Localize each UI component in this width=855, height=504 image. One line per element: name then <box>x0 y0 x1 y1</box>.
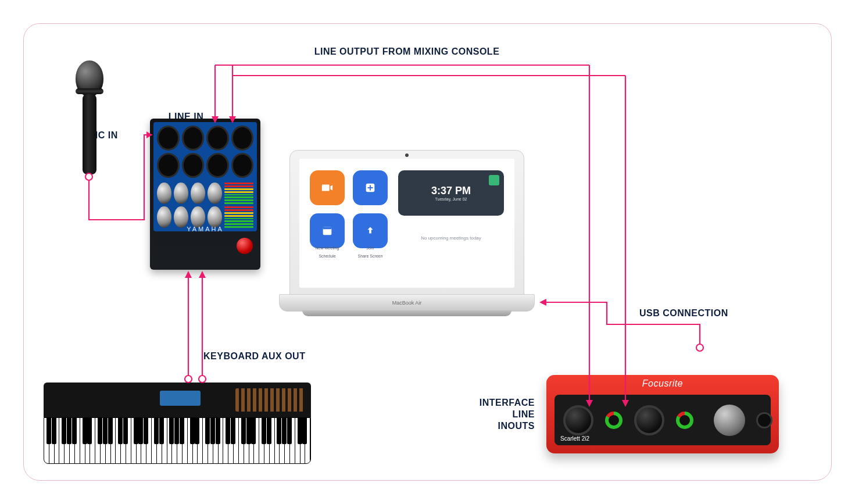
midi-keyboard <box>44 383 311 464</box>
black-key <box>205 418 210 444</box>
xlr-input-icon <box>634 405 664 435</box>
keyboard-panel <box>44 383 311 417</box>
white-key <box>239 418 244 463</box>
black-key <box>67 418 71 444</box>
knob-icon <box>191 183 205 204</box>
laptop-screen-shell: New Meeting Join Schedule Share Screen 3… <box>289 150 524 298</box>
piano-keys <box>44 417 311 464</box>
new-meeting-tile <box>310 170 345 205</box>
zoom-tiles <box>310 170 388 248</box>
label-usb: USB CONNECTION <box>639 308 728 319</box>
black-key <box>87 418 92 444</box>
black-key <box>83 418 87 444</box>
label-interface-line-inputs-1: INTERFACE <box>442 398 535 408</box>
white-key <box>59 418 65 463</box>
arrow-up-icon <box>364 224 377 237</box>
level-meter-icon <box>224 183 253 204</box>
white-key <box>167 418 173 463</box>
white-key <box>152 418 157 463</box>
black-key <box>144 418 148 444</box>
black-key <box>134 418 138 444</box>
black-key <box>180 418 184 444</box>
black-key <box>226 418 230 444</box>
white-key <box>259 418 264 463</box>
jack-icon <box>231 126 254 151</box>
jack-icon <box>231 153 254 178</box>
gain-knob-icon <box>605 412 623 429</box>
black-key <box>251 418 256 444</box>
mixer-bottom <box>153 226 257 266</box>
knob-icon <box>174 183 188 204</box>
black-key <box>287 418 292 444</box>
video-icon <box>321 181 334 194</box>
schedule-caption: Schedule <box>310 254 345 259</box>
black-key <box>118 418 123 444</box>
join-caption: Join <box>353 246 388 251</box>
black-key <box>277 418 281 444</box>
jack-icon <box>157 126 180 151</box>
keyboard-lcd-icon <box>160 391 201 406</box>
interface-model: Scarlett 2i2 <box>560 435 589 442</box>
white-key <box>203 418 208 463</box>
knob-icon <box>157 206 171 228</box>
black-key <box>190 418 195 444</box>
clock-time: 3:37 PM <box>431 185 471 197</box>
audio-interface: Focusrite Scarlett 2i2 <box>546 375 779 453</box>
join-tile <box>353 170 388 205</box>
white-key <box>116 418 121 463</box>
label-line-output: LINE OUTPUT FROM MIXING CONSOLE <box>314 47 500 57</box>
headphone-jack-icon <box>756 412 772 428</box>
label-interface-line-inputs-2: LINE <box>442 409 535 420</box>
jack-icon <box>206 153 229 178</box>
clock-card: 3:37 PM Tuesday, June 02 <box>398 170 504 216</box>
laptop-foot <box>302 310 511 316</box>
white-key <box>295 418 300 463</box>
white-key <box>275 418 280 463</box>
jack-icon <box>182 153 205 178</box>
knob-icon <box>157 183 171 204</box>
mic-band-icon <box>76 88 103 94</box>
black-key <box>52 418 56 444</box>
mixing-console: YAMAHA <box>150 119 260 270</box>
white-key <box>223 418 228 463</box>
share-caption: Share Screen <box>353 254 388 259</box>
white-key <box>95 418 101 463</box>
black-key <box>262 418 266 444</box>
svg-rect-2 <box>367 187 373 188</box>
diagram-stage: LINE OUTPUT FROM MIXING CONSOLE LINE IN … <box>0 0 855 504</box>
schedule-tile <box>310 213 345 248</box>
black-key <box>108 418 113 444</box>
black-key <box>46 418 51 444</box>
mixer-knobs <box>153 179 257 231</box>
zoom-calendar-panel: 3:37 PM Tuesday, June 02 No upcoming mee… <box>398 170 504 276</box>
black-key <box>72 418 77 444</box>
knob-icon <box>208 206 222 228</box>
interface-logo: Focusrite <box>546 378 779 389</box>
black-key <box>62 418 66 444</box>
black-key <box>154 418 159 444</box>
label-interface-line-inputs-3: INOUTS <box>442 421 535 431</box>
black-key <box>103 418 108 444</box>
calendar-icon <box>321 224 334 237</box>
level-meter-icon <box>224 206 253 228</box>
black-key <box>169 418 174 444</box>
white-key <box>131 418 137 463</box>
no-meetings-text: No upcoming meetings today <box>398 235 504 241</box>
label-keyboard-aux: KEYBOARD AUX OUT <box>203 351 305 362</box>
clock-date: Tuesday, June 02 <box>435 197 467 201</box>
black-key <box>138 418 143 444</box>
laptop-screen: New Meeting Join Schedule Share Screen 3… <box>299 159 514 288</box>
microphone <box>72 60 107 177</box>
jack-icon <box>206 126 229 151</box>
black-key <box>241 418 246 444</box>
share-tile <box>353 213 388 248</box>
black-key <box>246 418 251 444</box>
xlr-input-icon <box>563 405 593 435</box>
black-key <box>282 418 287 444</box>
black-key <box>267 418 271 444</box>
black-key <box>216 418 220 444</box>
white-key <box>44 418 49 463</box>
record-button-icon <box>237 238 253 254</box>
svg-rect-4 <box>323 227 332 230</box>
webcam-icon <box>405 153 409 157</box>
